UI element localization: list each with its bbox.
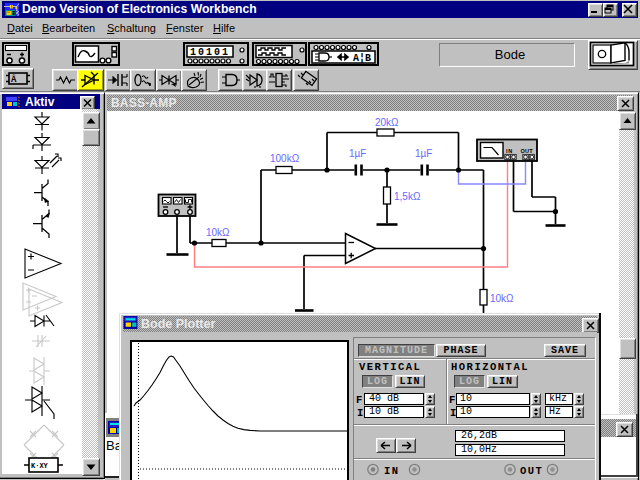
svg-text:IN: IN xyxy=(506,148,513,154)
svg-text:20kΩ: 20kΩ xyxy=(375,117,399,128)
svg-text:10kΩ: 10kΩ xyxy=(490,293,514,304)
svg-text:OUT: OUT xyxy=(520,465,543,477)
svg-text:1,5kΩ: 1,5kΩ xyxy=(394,191,421,202)
svg-text:100kΩ: 100kΩ xyxy=(270,153,300,164)
svg-text:10kΩ: 10kΩ xyxy=(206,227,230,238)
svg-text:1µF: 1µF xyxy=(415,148,432,159)
svg-text:1µF: 1µF xyxy=(349,148,366,159)
svg-text:IN: IN xyxy=(384,465,400,477)
svg-text:OUT: OUT xyxy=(521,148,534,154)
svg-text:K·XY: K·XY xyxy=(31,462,49,470)
